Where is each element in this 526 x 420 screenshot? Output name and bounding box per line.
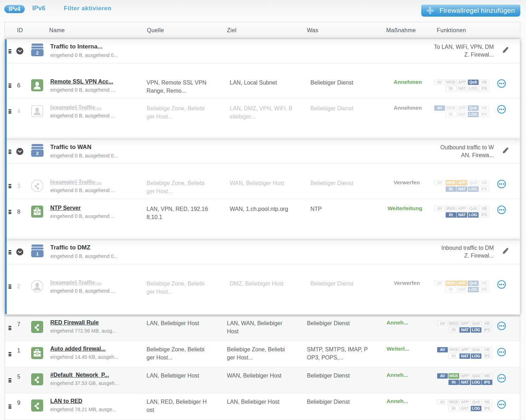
svg-text:2: 2 xyxy=(36,151,39,156)
svg-text:1: 1 xyxy=(36,251,39,257)
svg-text:2: 2 xyxy=(36,50,39,56)
